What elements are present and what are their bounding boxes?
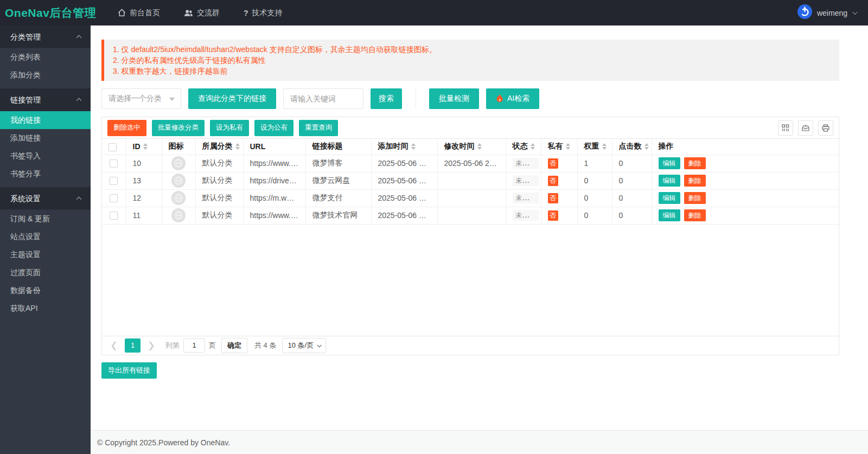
delete-button[interactable]: 删除	[684, 157, 706, 169]
next-page-button[interactable]: ❯	[144, 338, 158, 353]
row-checkbox[interactable]	[110, 194, 118, 202]
category-select[interactable]: 请选择一个分类	[101, 88, 181, 109]
column-header-actions: 操作	[652, 139, 839, 155]
column-label: ID	[133, 142, 141, 151]
sidebar-section-system-settings[interactable]: 系统设置	[0, 187, 91, 210]
cell-icon	[162, 189, 195, 207]
notice-box: 1. 仅 default2/5iux/heimdall/tushan2/webs…	[101, 40, 839, 81]
sort-icon[interactable]	[411, 143, 416, 150]
delete-button[interactable]: 删除	[684, 175, 706, 187]
total-count-label: 共 4 条	[254, 341, 276, 350]
sidebar-item-bookmark-import[interactable]: 书签导入	[0, 147, 91, 165]
notice-line: 3. 权重数字越大，链接排序越靠前	[113, 66, 831, 76]
private-badge: 否	[548, 158, 558, 169]
delete-button[interactable]: 删除	[684, 209, 706, 221]
sort-icon[interactable]	[644, 143, 649, 150]
batch-check-button[interactable]: 批量检测	[429, 88, 479, 109]
prev-page-button[interactable]: ❮	[107, 338, 121, 353]
cell-added-time: 2025-05-06 22:47	[371, 172, 437, 189]
sort-icon[interactable]	[143, 143, 148, 150]
column-header-private: 私有	[541, 139, 577, 155]
print-icon[interactable]	[818, 120, 833, 136]
links-table: ID图标所属分类URL链接标题添加时间修改时间状态私有权重点击数操作 10默认分…	[102, 139, 839, 225]
delete-button[interactable]: 删除	[684, 192, 706, 204]
sidebar-item-my-links[interactable]: 我的链接	[0, 111, 91, 129]
sidebar-item-site-settings[interactable]: 站点设置	[0, 228, 91, 246]
export-all-links-button[interactable]: 导出所有链接	[101, 362, 157, 379]
sidebar-item-add-link[interactable]: 添加链接	[0, 129, 91, 147]
table-row: 13默认分类https://drive.w...微梦云网盘2025-05-06 …	[102, 172, 839, 189]
cell-weight: 1	[577, 155, 612, 172]
goto-confirm-button[interactable]: 确定	[221, 338, 247, 353]
edit-button[interactable]: 编辑	[659, 209, 680, 221]
row-checkbox[interactable]	[110, 159, 118, 168]
sidebar-item-bookmark-share[interactable]: 书签分享	[0, 165, 91, 183]
sort-icon[interactable]	[602, 143, 607, 150]
sidebar-item-transition-page[interactable]: 过渡页面	[0, 264, 91, 282]
row-checkbox[interactable]	[110, 177, 118, 185]
cell-url: https://www.w...	[243, 155, 305, 172]
column-header-category: 所属分类	[195, 139, 243, 155]
edit-button[interactable]: 编辑	[659, 175, 680, 187]
table-row: 10默认分类https://www.w...微梦博客2025-05-06 22:…	[102, 155, 839, 172]
nav-item-chat-group[interactable]: 交流群	[172, 0, 232, 25]
goto-page-input[interactable]	[183, 338, 205, 353]
edit-button[interactable]: 编辑	[659, 157, 680, 169]
select-all-checkbox[interactable]	[108, 143, 117, 151]
edit-button[interactable]: 编辑	[659, 192, 680, 204]
keyword-input[interactable]	[283, 88, 363, 109]
sidebar-section-category-management[interactable]: 分类管理	[0, 25, 91, 48]
column-label: 链接标题	[312, 142, 343, 151]
sidebar-item-subscribe-update[interactable]: 订阅 & 更新	[0, 210, 91, 228]
sidebar-item-add-category[interactable]: 添加分类	[0, 66, 91, 84]
chevron-down-icon	[169, 98, 175, 101]
column-label: 图标	[169, 142, 184, 151]
sidebar-section-link-management[interactable]: 链接管理	[0, 88, 91, 111]
status-badge: 未检测	[513, 193, 539, 203]
sidebar-item-get-api[interactable]: 获取API	[0, 299, 91, 317]
cell-status: 未检测	[506, 189, 541, 207]
cell-category: 默认分类	[195, 189, 243, 207]
row-checkbox[interactable]	[110, 212, 118, 220]
column-label: 所属分类	[202, 142, 233, 151]
query-category-button[interactable]: 查询此分类下的链接	[188, 88, 276, 109]
cell-status: 未检测	[506, 207, 541, 224]
sidebar-item-theme-settings[interactable]: 主题设置	[0, 246, 91, 264]
search-button[interactable]: 搜索	[371, 88, 402, 109]
sort-icon[interactable]	[566, 143, 570, 150]
globe-icon	[171, 208, 186, 222]
sidebar-gap	[0, 183, 91, 187]
cell-added-time: 2025-05-06 22:46	[371, 207, 437, 224]
table-toolbar: 删除选中 批量修改分类 设为私有 设为公有 重置查询	[102, 117, 839, 139]
sidebar-section-label: 系统设置	[10, 194, 41, 203]
chevron-up-icon	[76, 35, 82, 41]
links-table-card: 删除选中 批量修改分类 设为私有 设为公有 重置查询	[101, 117, 839, 355]
per-page-select[interactable]: 10 条/页	[282, 338, 326, 353]
cell-actions: 编辑删除	[652, 172, 839, 189]
reset-query-button[interactable]: 重置查询	[299, 120, 338, 136]
sort-icon[interactable]	[531, 143, 535, 150]
filter-columns-icon[interactable]	[778, 120, 793, 136]
user-menu[interactable]: weimeng	[797, 4, 868, 21]
current-page-button[interactable]: 1	[125, 338, 141, 353]
ai-search-button[interactable]: AI检索	[486, 88, 539, 109]
user-name: weimeng	[817, 9, 847, 17]
cell-select	[102, 207, 126, 224]
set-public-button[interactable]: 设为公有	[254, 120, 293, 136]
batch-edit-category-button[interactable]: 批量修改分类	[152, 120, 205, 136]
cell-clicks: 0	[612, 172, 652, 189]
sidebar-item-category-list[interactable]: 分类列表	[0, 48, 91, 66]
delete-selected-button[interactable]: 删除选中	[107, 120, 146, 136]
divider	[416, 88, 416, 109]
cell-status: 未检测	[506, 172, 541, 189]
cell-category: 默认分类	[195, 172, 243, 189]
nav-item-tech-support[interactable]: ?技术支持	[232, 0, 295, 25]
nav-item-front-home[interactable]: 前台首页	[106, 0, 172, 25]
sort-icon[interactable]	[235, 143, 240, 150]
export-icon[interactable]	[798, 120, 813, 136]
notice-line: 2. 分类的私有属性优先级高于链接的私有属性	[113, 55, 831, 66]
sidebar-item-data-backup[interactable]: 数据备份	[0, 282, 91, 299]
home-icon	[118, 9, 126, 17]
sort-icon[interactable]	[477, 143, 482, 150]
set-private-button[interactable]: 设为私有	[210, 120, 249, 136]
